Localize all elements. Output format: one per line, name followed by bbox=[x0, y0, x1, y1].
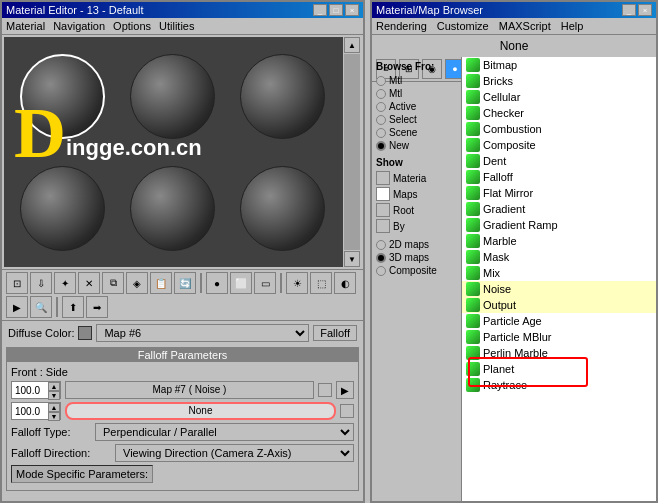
plane-icon[interactable]: ▭ bbox=[254, 272, 276, 294]
show-maps-check[interactable] bbox=[376, 187, 390, 201]
falloff-type-dropdown[interactable]: Perpendicular / Parallel bbox=[95, 423, 354, 441]
browser-minimize[interactable]: _ bbox=[622, 4, 636, 16]
material-editor-menu: Material Navigation Options Utilities bbox=[2, 18, 363, 35]
diffuse-color-swatch[interactable] bbox=[78, 326, 92, 340]
show-maps[interactable]: Maps bbox=[376, 187, 457, 201]
sphere-preview-area: D ingge.con.cn ▲ ▼ bbox=[4, 37, 361, 267]
cylinder-icon[interactable]: ⬜ bbox=[230, 272, 252, 294]
show-by[interactable]: By bbox=[376, 219, 457, 233]
falloff-panel-content: Front : Side 100.0 ▲ ▼ Map #7 ( Noise ) … bbox=[7, 362, 358, 490]
show-materials[interactable]: Materia bbox=[376, 171, 457, 185]
radio-mtl-editor[interactable]: Mtl bbox=[376, 88, 457, 99]
sphere-cell-6[interactable] bbox=[229, 153, 337, 263]
close-button[interactable]: × bbox=[345, 4, 359, 16]
map-list-item[interactable]: Particle MBlur bbox=[462, 329, 656, 345]
menu-maxscript[interactable]: MAXScript bbox=[499, 20, 551, 32]
radio-scene[interactable]: Scene bbox=[376, 127, 457, 138]
menu-help[interactable]: Help bbox=[561, 20, 584, 32]
put-material-icon[interactable]: ⇩ bbox=[30, 272, 52, 294]
arrow-btn-1[interactable]: ▶ bbox=[336, 381, 354, 399]
map-list-item[interactable]: Mix bbox=[462, 265, 656, 281]
falloff-dir-dropdown[interactable]: Viewing Direction (Camera Z-Axis) bbox=[115, 444, 354, 462]
menu-utilities[interactable]: Utilities bbox=[159, 20, 194, 32]
show-materials-check[interactable] bbox=[376, 171, 390, 185]
falloff-button[interactable]: Falloff bbox=[313, 325, 357, 341]
map-list-item[interactable]: Particle Age bbox=[462, 313, 656, 329]
get-lib-icon[interactable]: 🔄 bbox=[174, 272, 196, 294]
menu-material[interactable]: Material bbox=[6, 20, 45, 32]
radio-3d[interactable]: 3D maps bbox=[376, 252, 457, 263]
map-list-item[interactable]: Checker bbox=[462, 105, 656, 121]
material-editor-window: Material Editor - 13 - Default _ □ × Mat… bbox=[0, 0, 365, 503]
map-btn-1[interactable]: Map #7 ( Noise ) bbox=[65, 381, 314, 399]
show-by-check[interactable] bbox=[376, 219, 390, 233]
nav-forward-icon[interactable]: ➡ bbox=[86, 296, 108, 318]
sample-icon[interactable]: ◐ bbox=[334, 272, 356, 294]
map-type-icon bbox=[466, 122, 480, 136]
menu-customize[interactable]: Customize bbox=[437, 20, 489, 32]
map-list-item[interactable]: Combustion bbox=[462, 121, 656, 137]
map-list-item[interactable]: Raytrace bbox=[462, 377, 656, 393]
map-type-icon bbox=[466, 362, 480, 376]
assign-icon[interactable]: ✦ bbox=[54, 272, 76, 294]
map-list-item[interactable]: Composite bbox=[462, 137, 656, 153]
show-root-check[interactable] bbox=[376, 203, 390, 217]
radio-active[interactable]: Active bbox=[376, 101, 457, 112]
spinner-1[interactable]: 100.0 ▲ ▼ bbox=[11, 381, 61, 399]
menu-rendering[interactable]: Rendering bbox=[376, 20, 427, 32]
reset-icon[interactable]: ✕ bbox=[78, 272, 100, 294]
map-list-item[interactable]: Mask bbox=[462, 249, 656, 265]
map-list-item[interactable]: Gradient Ramp bbox=[462, 217, 656, 233]
map-list-item[interactable]: Cellular bbox=[462, 89, 656, 105]
put-lib-icon[interactable]: 📋 bbox=[150, 272, 172, 294]
copy-icon[interactable]: ⧉ bbox=[102, 272, 124, 294]
unique-icon[interactable]: ◈ bbox=[126, 272, 148, 294]
menu-navigation[interactable]: Navigation bbox=[53, 20, 105, 32]
sphere-icon[interactable]: ● bbox=[206, 272, 228, 294]
video-icon[interactable]: ▶ bbox=[6, 296, 28, 318]
maximize-button[interactable]: □ bbox=[329, 4, 343, 16]
map-list-item[interactable]: Marble bbox=[462, 233, 656, 249]
map-list-item[interactable]: Gradient bbox=[462, 201, 656, 217]
sphere-cell-5[interactable] bbox=[118, 153, 226, 263]
spinner-2[interactable]: 100.0 ▲ ▼ bbox=[11, 402, 61, 420]
check-1[interactable] bbox=[318, 383, 332, 397]
spin-2-up[interactable]: ▲ bbox=[48, 403, 60, 412]
browse-from-panel: Browse Fro: Mtl Mtl Active Select Scene bbox=[372, 57, 462, 501]
none-display: None bbox=[372, 35, 656, 57]
scroll-down-button[interactable]: ▼ bbox=[344, 251, 360, 267]
radio-mtl-lib[interactable]: Mtl bbox=[376, 75, 457, 86]
map-list-item[interactable]: Planet bbox=[462, 361, 656, 377]
map-list-item[interactable]: Perlin Marble bbox=[462, 345, 656, 361]
spin-1-down[interactable]: ▼ bbox=[48, 391, 60, 400]
map-dropdown[interactable]: Map #6 bbox=[96, 324, 309, 342]
falloff-panel-title: Falloff Parameters bbox=[7, 348, 358, 362]
check-2[interactable] bbox=[340, 404, 354, 418]
mode-row: Mode Specific Parameters: bbox=[11, 465, 354, 483]
sphere-cell-3[interactable] bbox=[229, 41, 337, 151]
browser-close[interactable]: × bbox=[638, 4, 652, 16]
scroll-up-button[interactable]: ▲ bbox=[344, 37, 360, 53]
minimize-button[interactable]: _ bbox=[313, 4, 327, 16]
radio-new[interactable]: New bbox=[376, 140, 457, 151]
map-list-item[interactable]: Dent bbox=[462, 153, 656, 169]
map-list-item[interactable]: Output bbox=[462, 297, 656, 313]
spin-1-up[interactable]: ▲ bbox=[48, 382, 60, 391]
get-material-icon[interactable]: ⊡ bbox=[6, 272, 28, 294]
radio-2d[interactable]: 2D maps bbox=[376, 239, 457, 250]
map-list-item[interactable]: Bitmap bbox=[462, 57, 656, 73]
map-list-item[interactable]: Falloff bbox=[462, 169, 656, 185]
map-list-item[interactable]: Noise bbox=[462, 281, 656, 297]
map-btn-2[interactable]: None bbox=[65, 402, 336, 420]
bg-icon[interactable]: ⬚ bbox=[310, 272, 332, 294]
radio-composite[interactable]: Composite bbox=[376, 265, 457, 276]
menu-options[interactable]: Options bbox=[113, 20, 151, 32]
map-list-item[interactable]: Flat Mirror bbox=[462, 185, 656, 201]
backlight-icon[interactable]: ☀ bbox=[286, 272, 308, 294]
radio-select[interactable]: Select bbox=[376, 114, 457, 125]
spin-2-down[interactable]: ▼ bbox=[48, 412, 60, 421]
nav-up-icon[interactable]: ⬆ bbox=[62, 296, 84, 318]
show-root[interactable]: Root bbox=[376, 203, 457, 217]
map-list-item[interactable]: Bricks bbox=[462, 73, 656, 89]
magnify-icon[interactable]: 🔍 bbox=[30, 296, 52, 318]
